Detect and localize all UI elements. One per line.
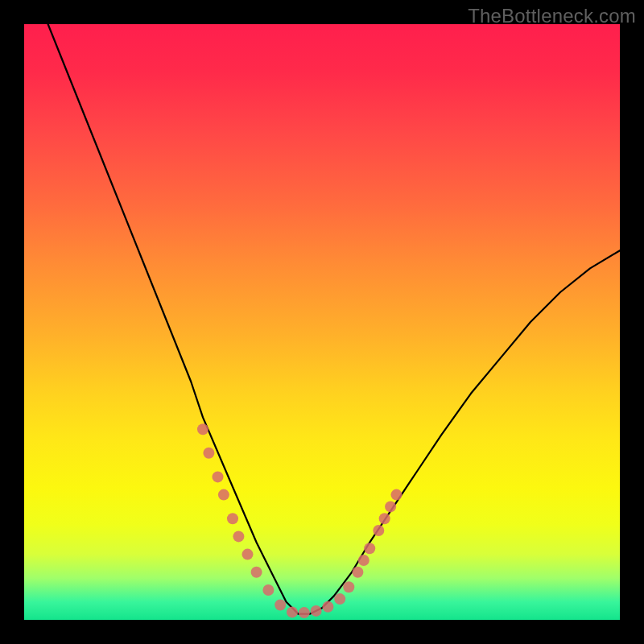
- highlight-dot: [322, 601, 333, 613]
- highlight-dot: [364, 543, 375, 554]
- bottleneck-curve: [48, 24, 620, 614]
- highlight-dot: [299, 607, 310, 618]
- highlight-dot: [197, 423, 208, 435]
- highlight-dot: [373, 525, 384, 536]
- curve-layer: [24, 24, 620, 620]
- highlight-dot: [358, 555, 369, 566]
- highlight-dot: [275, 600, 286, 611]
- highlight-dot: [227, 513, 238, 524]
- highlight-dot: [251, 567, 262, 578]
- highlight-dots: [197, 423, 402, 618]
- highlight-dot: [218, 489, 229, 501]
- chart-frame: TheBottleneck.com: [0, 0, 644, 644]
- highlight-dot: [352, 567, 363, 578]
- highlight-dot: [334, 593, 345, 605]
- highlight-dot: [287, 606, 298, 617]
- highlight-dot: [213, 471, 224, 482]
- highlight-dot: [203, 448, 214, 459]
- highlight-dot: [233, 530, 244, 542]
- highlight-dot: [379, 513, 390, 524]
- highlight-dot: [385, 501, 396, 512]
- highlight-dot: [242, 549, 254, 560]
- highlight-dot: [391, 489, 402, 501]
- attribution-text: TheBottleneck.com: [468, 5, 636, 27]
- highlight-dot: [311, 605, 322, 617]
- highlight-dot: [343, 581, 354, 592]
- highlight-dot: [262, 584, 274, 596]
